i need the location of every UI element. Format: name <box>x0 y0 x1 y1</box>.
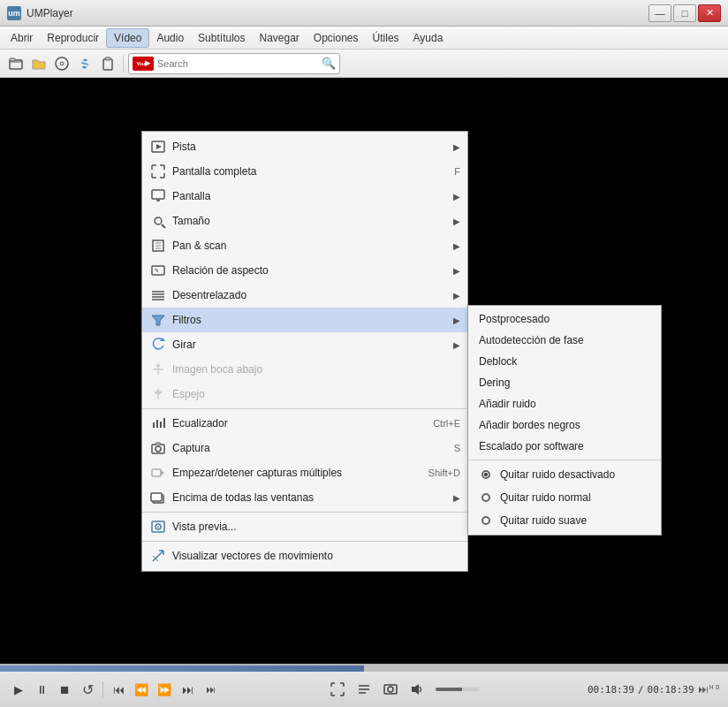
ontop-icon <box>149 489 167 506</box>
menu-utiles[interactable]: Útiles <box>366 29 406 47</box>
svg-point-31 <box>388 687 393 692</box>
desentrelazado-label: Desentrelazado <box>172 289 446 301</box>
bottom-controls: ▶ ⏸ ⏹ ↺ ⏮ ⏪ ⏩ ⏭ ⏭ <box>0 664 728 707</box>
submenu-anadir-ruido[interactable]: Añadir ruido <box>468 393 661 414</box>
title-bar: um UMPlayer — □ ✕ <box>0 0 728 27</box>
filtros-arrow: ▶ <box>453 315 460 325</box>
menu-relacion-aspecto[interactable]: Relación de aspecto ▶ <box>142 258 467 283</box>
menu-imagen-boca[interactable]: Imagen boca abajo <box>142 357 467 382</box>
menu-empezar-capturas[interactable]: Empezar/detener capturas múltiples Shift… <box>142 460 467 485</box>
submenu-separator <box>468 460 661 460</box>
stop-button[interactable]: ⏹ <box>53 678 76 701</box>
desentrelazado-arrow: ▶ <box>453 291 460 300</box>
maximize-button[interactable]: □ <box>673 4 696 22</box>
submenu-autodeteccion[interactable]: Autodetección de fase <box>468 330 661 351</box>
volume-slider[interactable] <box>436 688 480 691</box>
menu-vista-previa[interactable]: Vista previa... <box>142 514 467 539</box>
size-icon <box>149 212 167 230</box>
encima-ventanas-label: Encima de todas las ventanas <box>172 491 446 504</box>
svg-marker-16 <box>158 390 163 395</box>
clipboard-button[interactable] <box>97 53 118 74</box>
svg-marker-15 <box>154 390 158 395</box>
menu-visualizar-vectores[interactable]: Visualizar vectores de movimiento <box>142 544 467 568</box>
open-file-button[interactable] <box>5 53 27 74</box>
menu-pista[interactable]: Pista ▶ <box>142 134 467 159</box>
submenu-postprocesado[interactable]: Postprocesado <box>468 308 661 330</box>
minimize-button[interactable]: — <box>648 4 671 22</box>
search-input[interactable] <box>157 58 322 69</box>
svg-marker-24 <box>161 470 164 475</box>
menu-ecualizador[interactable]: Ecualizador Ctrl+E <box>142 411 467 436</box>
menu-encima-ventanas[interactable]: Encima de todas las ventanas ▶ <box>142 485 467 510</box>
menu-tamano[interactable]: Tamaño ▶ <box>142 209 467 233</box>
menu-subtitulos[interactable]: Subtítulos <box>191 29 252 47</box>
menu-pantalla[interactable]: Pantalla ▶ <box>142 184 467 209</box>
app-icon: um <box>7 6 21 20</box>
search-icon[interactable]: 🔍 <box>322 57 336 70</box>
open-url-button[interactable] <box>74 53 95 74</box>
menu-girar[interactable]: Girar ▶ <box>142 332 467 357</box>
menu-bar: Abrir Reproducir Vídeo Audio Subtítulos … <box>0 27 728 49</box>
screenshot-button[interactable] <box>379 678 402 701</box>
empezar-capturas-shortcut: Shift+D <box>428 468 460 478</box>
fullscreen-ctrl-button[interactable] <box>326 678 349 701</box>
svg-rect-1 <box>10 58 15 61</box>
menu-abrir[interactable]: Abrir <box>4 29 40 47</box>
submenu-dering[interactable]: Dering <box>468 372 661 393</box>
menu-opciones[interactable]: Opciones <box>307 29 366 47</box>
filter-icon <box>149 311 167 329</box>
playlist-button[interactable] <box>353 678 375 701</box>
progress-bar[interactable] <box>0 665 728 672</box>
empezar-capturas-label: Empezar/detener capturas múltiples <box>172 467 411 479</box>
espejo-label: Espejo <box>172 388 460 400</box>
menu-desentrelazado[interactable]: Desentrelazado ▶ <box>142 283 467 308</box>
time-separator: / <box>638 684 644 696</box>
menu-ayuda[interactable]: Ayuda <box>406 29 451 47</box>
submenu-quitar-ruido-normal[interactable]: Quitar ruido normal <box>468 486 661 509</box>
menu-navegar[interactable]: Navegar <box>252 29 306 47</box>
open-disc-button[interactable] <box>51 53 72 74</box>
menu-filtros[interactable]: Filtros ▶ Postprocesado Autodetección de… <box>142 308 467 332</box>
radio-selected-icon <box>479 468 493 482</box>
pause-button[interactable]: ⏸ <box>30 678 53 701</box>
menu-captura[interactable]: Captura S <box>142 436 467 460</box>
youtube-search[interactable]: You ▶ 🔍 <box>128 53 340 74</box>
menu-pantalla-completa[interactable]: Pantalla completa F <box>142 159 467 184</box>
title-bar-buttons: — □ ✕ <box>648 4 721 22</box>
submenu-quitar-ruido-desactivado[interactable]: Quitar ruido desactivado <box>468 463 661 486</box>
pantalla-label: Pantalla <box>172 190 446 202</box>
flip-icon <box>149 361 167 378</box>
frame-step-button[interactable]: ⏭ <box>199 678 222 701</box>
fast-forward-button[interactable]: ⏩ <box>153 678 176 701</box>
svg-rect-17 <box>153 422 155 428</box>
imagen-boca-label: Imagen boca abajo <box>172 363 460 376</box>
next-button[interactable]: ⏭ <box>176 678 199 701</box>
submenu-escalado[interactable]: Escalado por software <box>468 436 661 457</box>
radio-empty-2-icon <box>479 513 493 528</box>
open-folder-button[interactable] <box>28 53 49 74</box>
pan-scan-arrow: ▶ <box>453 241 460 251</box>
menu-reproducir[interactable]: Reproducir <box>40 29 106 47</box>
submenu-deblock[interactable]: Deblock <box>468 351 661 372</box>
pista-label: Pista <box>172 141 446 153</box>
girar-label: Girar <box>172 338 446 351</box>
prev-button[interactable]: ⏮ <box>107 678 130 701</box>
svg-point-3 <box>60 62 64 65</box>
eq-icon <box>149 414 167 432</box>
play-button[interactable]: ▶ <box>7 678 30 701</box>
quitar-ruido-desactivado-label: Quitar ruido desactivado <box>500 468 615 481</box>
video-menu: Pista ▶ Pantalla completa F Pantalla ▶ <box>141 131 468 572</box>
menu-video[interactable]: Vídeo <box>106 28 149 48</box>
rewind-button[interactable]: ⏪ <box>130 678 153 701</box>
mute-button[interactable] <box>406 678 428 701</box>
postprocesado-label: Postprocesado <box>479 313 550 325</box>
close-button[interactable]: ✕ <box>698 4 721 22</box>
submenu-anadir-bordes[interactable]: Añadir bordes negros <box>468 414 661 436</box>
submenu-quitar-ruido-suave[interactable]: Quitar ruido suave <box>468 509 661 532</box>
pan-scan-label: Pan & scan <box>172 239 446 252</box>
menu-audio[interactable]: Audio <box>149 29 191 47</box>
quitar-ruido-normal-label: Quitar ruido normal <box>500 491 591 504</box>
menu-pan-scan[interactable]: Pan & scan ▶ <box>142 233 467 258</box>
menu-espejo[interactable]: Espejo <box>142 382 467 407</box>
loop-button[interactable]: ↺ <box>76 678 99 701</box>
